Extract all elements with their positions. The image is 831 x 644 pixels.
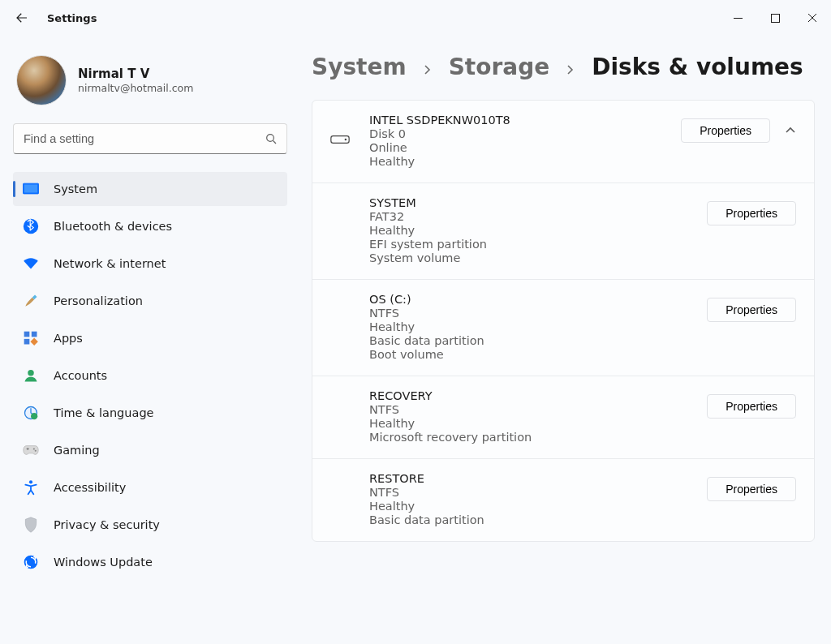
chevron-up-icon[interactable] bbox=[785, 125, 796, 136]
user-name: Nirmal T V bbox=[78, 67, 193, 81]
volume-actions: Properties bbox=[707, 472, 796, 501]
svg-rect-3 bbox=[24, 185, 37, 193]
close-button[interactable] bbox=[794, 4, 831, 32]
svg-rect-6 bbox=[32, 332, 37, 337]
volume-line: EFI system partition bbox=[369, 238, 691, 251]
disks-card: INTEL SSDPEKNW010T8 Disk 0 Online Health… bbox=[312, 100, 815, 542]
accessibility-icon bbox=[23, 479, 39, 496]
svg-point-11 bbox=[31, 413, 37, 419]
nav-item-label: Privacy & security bbox=[54, 518, 160, 531]
window-controls bbox=[719, 4, 831, 32]
svg-point-13 bbox=[35, 450, 37, 452]
nav-item-label: Network & internet bbox=[54, 257, 166, 270]
nav-item-accounts[interactable]: Accounts bbox=[13, 358, 287, 393]
shield-icon bbox=[23, 517, 39, 533]
volume-actions: Properties bbox=[707, 293, 796, 322]
volume-line: NTFS bbox=[369, 403, 691, 416]
volume-entry[interactable]: RESTORE NTFS Healthy Basic data partitio… bbox=[312, 458, 814, 541]
nav-item-label: Apps bbox=[54, 332, 83, 345]
svg-point-1 bbox=[267, 135, 274, 142]
nav-item-label: Accounts bbox=[54, 369, 107, 382]
volume-line: Microsoft recovery partition bbox=[369, 431, 691, 444]
volume-line: Healthy bbox=[369, 320, 691, 333]
drive-icon bbox=[330, 114, 353, 146]
properties-button[interactable]: Properties bbox=[681, 118, 770, 143]
svg-point-12 bbox=[33, 448, 35, 449]
nav-item-label: Gaming bbox=[54, 444, 100, 457]
volume-line: Healthy bbox=[369, 500, 691, 513]
chevron-right-icon bbox=[423, 65, 433, 75]
titlebar: Settings bbox=[0, 0, 831, 36]
app-title: Settings bbox=[47, 12, 97, 24]
nav-item-personalization[interactable]: Personalization bbox=[13, 284, 287, 318]
properties-button[interactable]: Properties bbox=[707, 201, 796, 225]
volume-body: RECOVERY NTFS Healthy Microsoft recovery… bbox=[369, 389, 691, 444]
volume-entry[interactable]: OS (C:) NTFS Healthy Basic data partitio… bbox=[312, 279, 814, 376]
apps-icon bbox=[23, 330, 39, 346]
volume-line: Healthy bbox=[369, 417, 691, 430]
user-card[interactable]: Nirmal T V nirmaltv@hotmail.com bbox=[13, 49, 287, 120]
volume-line: Healthy bbox=[369, 224, 691, 237]
volume-title: SYSTEM bbox=[369, 196, 691, 209]
breadcrumb: System Storage Disks & volumes bbox=[312, 36, 815, 100]
breadcrumb-current: Disks & volumes bbox=[592, 54, 803, 80]
person-icon bbox=[23, 367, 39, 384]
nav-item-label: Bluetooth & devices bbox=[54, 220, 172, 233]
back-button[interactable] bbox=[13, 9, 31, 27]
maximize-button[interactable] bbox=[756, 4, 794, 32]
gamepad-icon bbox=[23, 442, 39, 458]
svg-rect-7 bbox=[24, 339, 30, 345]
paintbrush-icon bbox=[23, 293, 39, 309]
disk-line: Online bbox=[369, 141, 665, 154]
search-input[interactable] bbox=[13, 123, 287, 154]
svg-point-4 bbox=[24, 219, 38, 234]
volume-body: OS (C:) NTFS Healthy Basic data partitio… bbox=[369, 293, 691, 361]
disk-line: Disk 0 bbox=[369, 127, 665, 140]
disk-entry[interactable]: INTEL SSDPEKNW010T8 Disk 0 Online Health… bbox=[312, 101, 814, 182]
nav-item-gaming[interactable]: Gaming bbox=[13, 433, 287, 467]
volume-entry[interactable]: RECOVERY NTFS Healthy Microsoft recovery… bbox=[312, 376, 814, 458]
svg-rect-5 bbox=[24, 332, 30, 337]
properties-button[interactable]: Properties bbox=[707, 394, 796, 419]
disk-actions: Properties bbox=[681, 114, 796, 143]
avatar bbox=[16, 55, 67, 105]
search-field-wrap bbox=[13, 123, 287, 154]
volume-body: RESTORE NTFS Healthy Basic data partitio… bbox=[369, 472, 691, 526]
sidebar: Nirmal T V nirmaltv@hotmail.com System bbox=[0, 36, 300, 644]
nav-item-time-language[interactable]: Time & language bbox=[13, 396, 287, 430]
volume-entry[interactable]: SYSTEM FAT32 Healthy EFI system partitio… bbox=[312, 182, 814, 279]
nav-item-bluetooth[interactable]: Bluetooth & devices bbox=[13, 209, 287, 243]
wifi-icon bbox=[23, 255, 39, 272]
volume-title: RECOVERY bbox=[369, 389, 691, 402]
nav-item-system[interactable]: System bbox=[13, 172, 287, 206]
minimize-button[interactable] bbox=[719, 4, 756, 32]
clock-globe-icon bbox=[23, 405, 39, 421]
volume-actions: Properties bbox=[707, 196, 796, 225]
nav-item-network[interactable]: Network & internet bbox=[13, 247, 287, 281]
nav-item-accessibility[interactable]: Accessibility bbox=[13, 470, 287, 504]
nav-item-windows-update[interactable]: Windows Update bbox=[13, 545, 287, 579]
volume-body: SYSTEM FAT32 Healthy EFI system partitio… bbox=[369, 196, 691, 264]
nav-item-label: Time & language bbox=[54, 406, 154, 419]
disk-title: INTEL SSDPEKNW010T8 bbox=[369, 114, 665, 127]
bluetooth-icon bbox=[23, 218, 39, 234]
main-content: System Storage Disks & volumes INTEL SSD… bbox=[300, 36, 831, 644]
nav-item-apps[interactable]: Apps bbox=[13, 321, 287, 355]
nav-item-label: Accessibility bbox=[54, 481, 126, 494]
svg-rect-8 bbox=[30, 337, 37, 345]
nav-item-label: Windows Update bbox=[54, 556, 153, 569]
svg-rect-0 bbox=[771, 14, 779, 22]
volume-title: OS (C:) bbox=[369, 293, 691, 306]
breadcrumb-storage[interactable]: Storage bbox=[449, 54, 550, 80]
volume-line: Basic data partition bbox=[369, 513, 691, 526]
disk-line: Healthy bbox=[369, 155, 665, 168]
breadcrumb-system[interactable]: System bbox=[312, 54, 407, 80]
volume-line: NTFS bbox=[369, 307, 691, 320]
volume-line: System volume bbox=[369, 251, 691, 264]
user-email: nirmaltv@hotmail.com bbox=[78, 82, 193, 94]
volume-line: NTFS bbox=[369, 486, 691, 499]
properties-button[interactable]: Properties bbox=[707, 298, 796, 322]
properties-button[interactable]: Properties bbox=[707, 477, 796, 501]
disk-body: INTEL SSDPEKNW010T8 Disk 0 Online Health… bbox=[369, 114, 665, 168]
nav-item-privacy[interactable]: Privacy & security bbox=[13, 508, 287, 542]
